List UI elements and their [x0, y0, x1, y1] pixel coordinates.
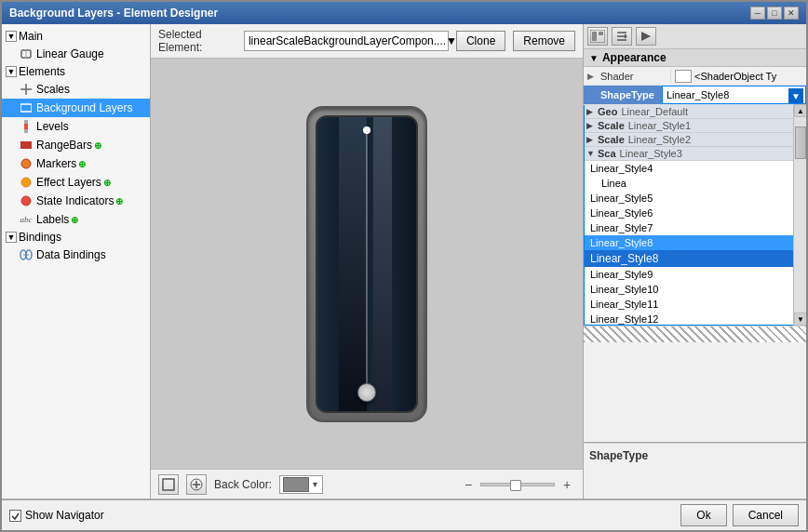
markers-add-badge: ⊕: [78, 159, 86, 169]
list-item-linea[interactable]: Linea: [585, 176, 805, 191]
background-layers-icon: [19, 100, 34, 115]
cancel-button[interactable]: Cancel: [733, 504, 799, 526]
sca3-subsection-label: Sca: [598, 148, 616, 159]
list-item-style10[interactable]: Linear_Style10: [585, 282, 805, 297]
state-indicators-add-badge: ⊕: [115, 196, 123, 206]
scale1-expand-icon[interactable]: ▶: [586, 121, 598, 130]
sidebar-item-markers-label: Markers: [36, 157, 76, 170]
sidebar-item-data-bindings[interactable]: Data Bindings: [2, 246, 150, 264]
hatch-pattern: [584, 326, 806, 342]
close-button[interactable]: ✕: [784, 7, 799, 20]
list-item-style4[interactable]: Linear_Style4: [585, 161, 805, 176]
events-button[interactable]: [636, 27, 656, 46]
sidebar-item-linear-gauge[interactable]: Linear Gauge: [2, 45, 150, 63]
sidebar-item-background-layers[interactable]: Background Layers: [2, 99, 150, 117]
color-dropdown-arrow-icon[interactable]: ▼: [311, 480, 319, 489]
sidebar-item-data-bindings-label: Data Bindings: [36, 248, 106, 261]
hatch-row: [584, 326, 806, 342]
list-item-style8-cursor[interactable]: Linear_Style8 ↖: [585, 250, 805, 267]
list-item-style6[interactable]: Linear_Style6: [585, 206, 805, 220]
shapetype-dropdown[interactable]: Linear_Style8 ▼: [662, 86, 806, 104]
expand-elements-icon[interactable]: ▼: [6, 66, 17, 77]
clone-button[interactable]: Clone: [456, 31, 505, 51]
sidebar-item-main[interactable]: ▼ Main: [2, 28, 150, 45]
list-item-style8[interactable]: Linear_Style8: [585, 235, 805, 250]
list-item-style12-partial: Linear_Style12: [585, 312, 805, 325]
right-toolbar: [584, 24, 806, 49]
markers-icon: [19, 156, 34, 171]
scroll-down-arrow[interactable]: ▼: [794, 313, 806, 326]
remove-button[interactable]: Remove: [513, 31, 575, 51]
selected-element-label: Selected Element:: [158, 28, 236, 54]
minimize-button[interactable]: ─: [750, 7, 765, 20]
fit-button[interactable]: [158, 474, 179, 495]
sidebar-item-background-layers-label: Background Layers: [36, 101, 132, 114]
list-item-style7[interactable]: Linear_Style7: [585, 220, 805, 235]
gauge-needle-track: [366, 126, 368, 402]
expand-main-icon[interactable]: ▼: [6, 31, 17, 42]
maximize-button[interactable]: □: [767, 7, 782, 20]
list-item-style9[interactable]: Linear_Style9: [585, 267, 805, 282]
scale1-subsection-label: Scale: [598, 120, 625, 131]
geo-value: Linear_Default: [621, 106, 688, 117]
expand-bindings-icon[interactable]: ▼: [6, 232, 17, 243]
show-navigator-checkbox[interactable]: [9, 510, 21, 522]
back-color-label: Back Color:: [214, 478, 272, 491]
add-element-button[interactable]: [186, 474, 207, 495]
canvas-toolbar-top: Selected Element: linearScaleBackgroundL…: [151, 24, 583, 59]
appearance-section-label: Appearance: [602, 51, 667, 64]
shapetype-dropdown-container: Linear_Style8 ▼: [662, 86, 806, 104]
gauge-widget: [306, 106, 427, 422]
left-panel: ▼ Main Linear Gauge ▼ Elements Scales: [2, 24, 151, 499]
scale2-expand-icon[interactable]: ▶: [586, 135, 598, 144]
svg-marker-26: [641, 32, 651, 41]
sidebar-item-scales[interactable]: Scales: [2, 80, 150, 99]
list-item-style5[interactable]: Linear_Style5: [585, 191, 805, 206]
sidebar-item-elements[interactable]: ▼ Elements: [2, 63, 150, 80]
sidebar-item-bindings[interactable]: ▼ Bindings: [2, 229, 150, 246]
zoom-thumb[interactable]: [510, 480, 521, 491]
shader-property-value[interactable]: <ShaderObject Ty: [671, 69, 806, 84]
window-title: Background Layers - Element Designer: [9, 7, 218, 20]
sidebar-item-levels-label: Levels: [36, 120, 69, 133]
sidebar-item-labels[interactable]: abc Labels ⊕: [2, 210, 150, 229]
zoom-out-button[interactable]: −: [460, 476, 477, 493]
sca3-expand-icon[interactable]: ▼: [586, 149, 598, 158]
sca3-subsection: ▼ Sca Linear_Style3: [585, 147, 805, 161]
effect-layers-icon: [19, 175, 34, 190]
back-color-control[interactable]: ▼: [279, 475, 323, 494]
sidebar-item-linear-gauge-label: Linear Gauge: [36, 47, 104, 60]
gauge-needle-knob: [357, 383, 376, 402]
sidebar-item-markers[interactable]: Markers ⊕: [2, 154, 150, 173]
zoom-in-button[interactable]: +: [559, 476, 575, 493]
sidebar-item-effect-layers-label: Effect Layers: [36, 176, 101, 189]
sidebar-item-state-indicators[interactable]: State Indicators ⊕: [2, 192, 150, 210]
shader-property-name: Shader: [597, 69, 671, 84]
list-item-style11[interactable]: Linear_Style11: [585, 297, 805, 312]
list-item-style12[interactable]: Linear_Style12: [585, 312, 805, 325]
shader-expand-icon[interactable]: ▶: [584, 70, 597, 83]
zoom-slider[interactable]: [480, 483, 555, 486]
geo-subsection-label: Geo: [598, 106, 617, 117]
sidebar-item-main-label: Main: [19, 30, 43, 43]
sca3-value: Linear_Style3: [620, 148, 682, 159]
sidebar-item-levels[interactable]: Levels: [2, 117, 150, 136]
sidebar-item-effect-layers[interactable]: Effect Layers ⊕: [2, 173, 150, 192]
sidebar-item-rangebars-label: RangeBars: [36, 139, 92, 152]
rangebars-add-badge: ⊕: [94, 140, 101, 151]
ok-button[interactable]: Ok: [680, 504, 726, 526]
shapetype-property-row: ShapeType Linear_Style8 ▼: [584, 86, 806, 105]
properties-tab-button[interactable]: [587, 27, 608, 46]
svg-point-8: [21, 159, 31, 168]
scroll-thumb[interactable]: [795, 126, 806, 159]
geo-expand-icon[interactable]: ▶: [586, 107, 598, 116]
scroll-up-arrow[interactable]: ▲: [794, 104, 806, 117]
properties-panel: ▼ Appearance ▶ Shader <ShaderObject Ty: [584, 49, 806, 443]
sidebar-item-rangebars[interactable]: RangeBars ⊕: [2, 136, 150, 154]
canvas-toolbar-bottom: Back Color: ▼ − +: [151, 469, 583, 499]
sort-button[interactable]: [612, 27, 632, 46]
canvas-area: Selected Element: linearScaleBackgroundL…: [151, 24, 583, 499]
element-dropdown[interactable]: linearScaleBackgroundLayerCompon.... ▼: [244, 31, 449, 51]
dialog-buttons: Ok Cancel: [680, 504, 799, 526]
gauge-icon: [19, 47, 34, 61]
